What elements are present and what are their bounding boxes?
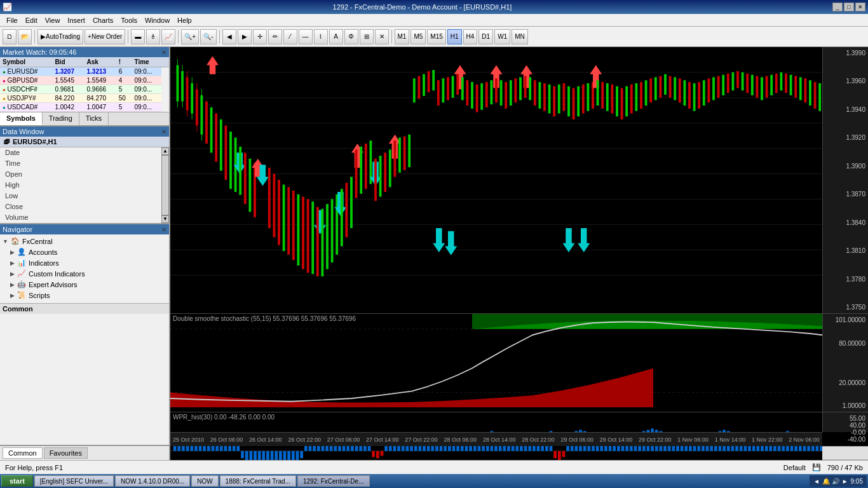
menu-help[interactable]: Help [173, 15, 196, 25]
time-label: 27 Oct 06:00 [327, 437, 360, 443]
tf-m1[interactable]: M1 [395, 29, 410, 44]
svg-rect-194 [275, 451, 278, 460]
data-window-content: Date Time Open High Low Close Volume ▲ ▼ [0, 147, 169, 223]
hline-btn[interactable]: — [299, 29, 313, 44]
auto-trading-btn[interactable]: ▶ AutoTrading [37, 29, 83, 44]
list-item: Volume [0, 212, 169, 223]
menu-window[interactable]: Window [141, 15, 173, 25]
svg-rect-133 [669, 76, 672, 98]
svg-rect-59 [360, 147, 362, 194]
nav-item-fxcentral[interactable]: ▼ 🏠 FxCentral [0, 236, 169, 247]
navigator-close[interactable]: ✕ [161, 226, 166, 233]
chart-type-candle[interactable]: 🕯 [146, 29, 160, 44]
chart-type-bar[interactable]: ▬ [131, 29, 145, 44]
sep5 [391, 30, 392, 44]
svg-rect-127 [640, 82, 642, 109]
svg-rect-27 [225, 126, 227, 180]
tab-symbols[interactable]: Symbols [0, 112, 43, 125]
window-controls[interactable]: _ □ ✕ [832, 3, 865, 11]
indicator-1[interactable]: Double smoothe stochastic (55,15) 55.376… [170, 314, 868, 412]
ind1-level: 101.00000 [825, 316, 865, 323]
data-window-header: Data Window ✕ [0, 126, 169, 137]
nav-item-scripts[interactable]: ▶ 📜 Scripts [0, 290, 169, 301]
scroll-down-btn[interactable]: ▼ [161, 215, 169, 223]
trendline-btn[interactable]: ⌇ [314, 29, 328, 44]
indicator-2[interactable]: WPR_hist(30) 0.00 -48.26 0.00 0.00 [170, 412, 868, 446]
svg-rect-69 [398, 138, 401, 173]
svg-rect-39 [278, 180, 280, 245]
svg-rect-24 [210, 107, 213, 152]
maximize-btn[interactable]: □ [844, 3, 854, 11]
menu-view[interactable]: View [41, 15, 64, 25]
tf-h4[interactable]: H4 [463, 29, 478, 44]
menu-edit[interactable]: Edit [22, 15, 41, 25]
scroll-up-btn[interactable]: ▲ [161, 147, 169, 155]
nav-item-custom-indicators[interactable]: ▶ 📈 Custom Indicators [0, 268, 169, 279]
tf-w1[interactable]: W1 [494, 29, 510, 44]
zoom-in-btn[interactable]: 🔍+ [181, 29, 199, 44]
close-btn[interactable]: ✕ [855, 3, 865, 11]
scroll-track [161, 155, 169, 215]
time-label: 1 Nov 22:00 [752, 437, 783, 443]
text-btn[interactable]: A [329, 29, 343, 44]
gann-btn[interactable]: ⊞ [360, 29, 374, 44]
scroll-left-btn[interactable]: ◀ [222, 29, 236, 44]
table-row[interactable]: ● USDJPY# 84.220 84.270 50 09:0... [0, 94, 169, 103]
fib-btn[interactable]: Φ [344, 29, 358, 44]
table-row[interactable]: ● GBPUSD# 1.5545 1.5549 4 09:0... [0, 76, 169, 85]
tab-trading[interactable]: Trading [43, 112, 79, 125]
nav-label: Scripts [29, 292, 50, 299]
taskbar-item-now1[interactable]: NOW 1.4.10.0 DR00... [115, 475, 190, 487]
tf-m15[interactable]: M15 [427, 29, 445, 44]
svg-rect-219 [381, 451, 384, 456]
table-row[interactable]: ● USDCAD# 1.0042 1.0047 5 09:0... [0, 103, 169, 112]
svg-rect-73 [418, 76, 421, 99]
taskbar-item-now2[interactable]: NOW [191, 475, 218, 487]
market-watch-close[interactable]: ✕ [161, 49, 166, 56]
table-row[interactable]: ● USDCHF# 0.9681 0.9666 5 09:0... [0, 85, 169, 94]
menu-charts[interactable]: Charts [89, 15, 117, 25]
nav-item-accounts[interactable]: ▶ 👤 Accounts [0, 247, 169, 257]
delete-btn[interactable]: ✕ [375, 29, 389, 44]
open-btn[interactable]: 📂 [18, 29, 32, 44]
tab-ticks[interactable]: Ticks [79, 112, 109, 125]
nav-item-expert-advisors[interactable]: ▶ 🤖 Expert Advisors [0, 279, 169, 290]
taskbar-item-english[interactable]: [English] SEFC Univer... [34, 475, 114, 487]
crosshair-btn[interactable]: ✛ [253, 29, 267, 44]
data-window-scrollbar[interactable]: ▲ ▼ [161, 147, 169, 223]
scroll-right-btn[interactable]: ▶ [238, 29, 252, 44]
svg-rect-145 [727, 74, 729, 93]
line-btn[interactable]: ⁄ [283, 29, 297, 44]
col-ask: Ask [85, 57, 116, 67]
chart-main[interactable]: 1.3990 1.3960 1.3940 1.3920 1.3900 1.387… [170, 47, 868, 314]
taskbar-item-1292[interactable]: 1292: FxCentral-De... [297, 475, 370, 487]
sep4 [219, 30, 220, 44]
menu-tools[interactable]: Tools [117, 15, 141, 25]
chart-type-line[interactable]: 📈 [161, 29, 175, 44]
table-row[interactable]: ● EURUSD# 1.3207 1.3213 6 09:0... [0, 67, 169, 76]
tf-h1[interactable]: H1 [447, 29, 462, 44]
menu-file[interactable]: File [3, 15, 22, 25]
arrow-left-icon[interactable]: ◄ [813, 478, 820, 485]
tf-m5[interactable]: M5 [410, 29, 426, 44]
menu-insert[interactable]: Insert [64, 15, 89, 25]
start-button[interactable]: start [1, 475, 33, 487]
tf-mn[interactable]: MN [512, 29, 528, 44]
indicator-1-axis: 101.00000 80.00000 20.00000 1.00000 [822, 314, 868, 412]
tf-d1[interactable]: D1 [478, 29, 493, 44]
minimize-btn[interactable]: _ [832, 3, 843, 11]
tab-common[interactable]: Common [3, 447, 43, 459]
svg-rect-198 [292, 451, 295, 460]
data-window-close[interactable]: ✕ [161, 128, 166, 135]
draw-btn[interactable]: ✏ [268, 29, 282, 44]
nav-item-indicators[interactable]: ▶ 📊 Indicators [0, 257, 169, 268]
new-chart-btn[interactable]: 🗋 [3, 29, 17, 44]
navigator: Navigator ✕ ▼ 🏠 FxCentral ▶ 👤 Accounts ▶… [0, 224, 169, 460]
arrow-right-icon[interactable]: ► [842, 478, 848, 485]
zoom-out-btn[interactable]: 🔍- [200, 29, 216, 44]
tab-favourites[interactable]: Favourites [44, 447, 88, 459]
market-watch-header: Market Watch: 09:05:46 ✕ [0, 47, 169, 57]
new-order-btn[interactable]: + New Order [85, 29, 125, 44]
taskbar-item-1888[interactable]: 1888: FxCentral Trad... [220, 475, 296, 487]
svg-rect-136 [684, 80, 686, 105]
